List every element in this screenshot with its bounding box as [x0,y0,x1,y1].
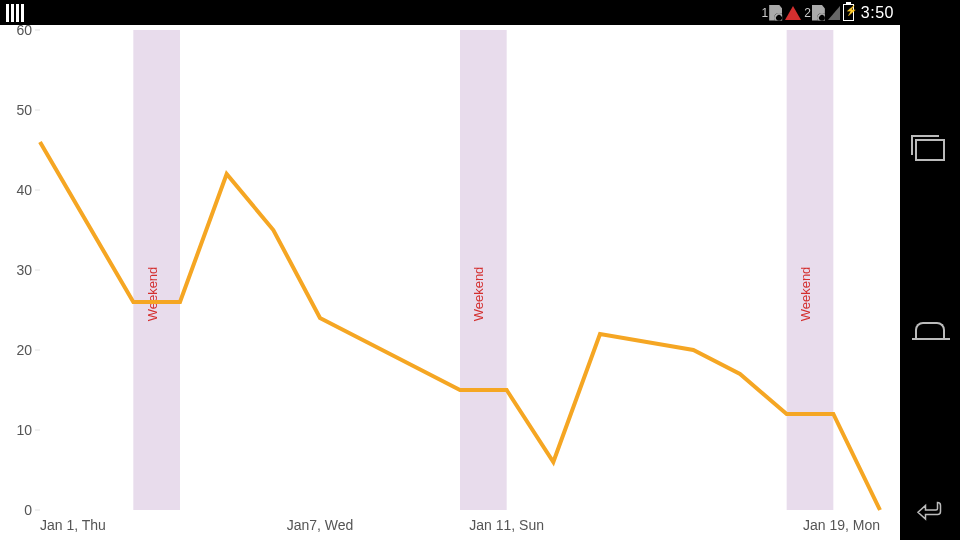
barcode-icon [6,4,24,22]
y-tick-label: 60 [16,25,32,38]
sim1-number: 1 [761,6,768,20]
y-tick-label: 50 [16,102,32,118]
signal-icon [828,6,840,20]
y-tick-label: 20 [16,342,32,358]
chart-area[interactable]: WeekendWeekendWeekend0102030405060Jan 1,… [0,25,900,540]
x-tick-label: Jan7, Wed [287,517,354,533]
weekend-label: Weekend [471,267,486,322]
y-tick-label: 40 [16,182,32,198]
sim1-indicator: 1 [761,5,782,21]
battery-icon: ⚡ [843,4,854,21]
y-tick-label: 0 [24,502,32,518]
home-icon [915,322,945,338]
status-bar: 1 2 ⚡ 3:50 [0,0,900,25]
sim-card-icon [812,5,825,21]
sim-card-icon [769,5,782,21]
warning-icon [785,6,801,20]
weekend-label: Weekend [145,267,160,322]
sim2-indicator: 2 [804,5,825,21]
clock: 3:50 [861,4,894,22]
home-button[interactable] [915,315,945,345]
line-chart: WeekendWeekendWeekend0102030405060Jan 1,… [0,25,900,540]
back-icon [915,495,945,525]
back-button[interactable] [915,495,945,525]
x-tick-label: Jan 11, Sun [469,517,544,533]
y-axis: 0102030405060 [16,25,40,518]
weekend-label: Weekend [798,267,813,322]
android-navbar [900,0,960,540]
y-tick-label: 30 [16,262,32,278]
x-tick-label: Jan 19, Mon [803,517,880,533]
recent-icon [915,139,945,161]
y-tick-label: 10 [16,422,32,438]
x-tick-label: Jan 1, Thu [40,517,106,533]
device-frame: 1 2 ⚡ 3:50 WeekendWeekendWeekend01020304… [0,0,960,540]
recent-apps-button[interactable] [915,135,945,165]
x-axis: Jan 1, ThuJan7, WedJan 11, SunJan 19, Mo… [40,517,880,533]
sim2-number: 2 [804,6,811,20]
